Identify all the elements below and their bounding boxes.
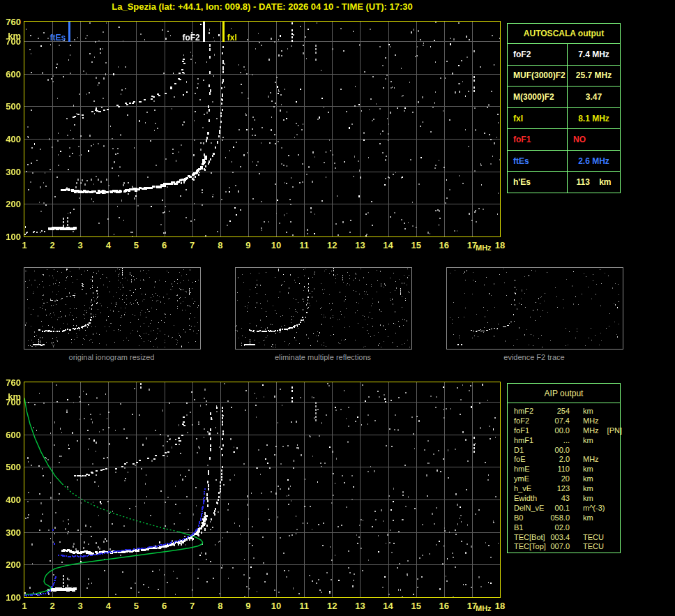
aip-row-ymE: ymE20km <box>514 474 620 484</box>
aip-row-label: B0 <box>514 513 549 523</box>
x-axis-tick-1: 1 <box>17 240 32 250</box>
autoscala-row-value: 7.4 MHz <box>568 44 620 65</box>
x-axis-tick-11: 11 <box>296 240 312 250</box>
aip-row-value: 003.4 <box>549 533 570 543</box>
aip-row-unit <box>570 523 620 533</box>
aip-row-label: TEC[Bot] <box>514 533 549 543</box>
x-axis-tick-7: 7 <box>185 240 200 250</box>
aip-row-label: DelN_vE <box>514 504 549 513</box>
aip-row-label: foF2 <box>514 416 549 426</box>
aip-row-B1: B102.0 <box>514 523 620 533</box>
aip-row-unit-text: km <box>583 484 593 493</box>
aip-row-value: 00.0 <box>549 426 570 436</box>
x-axis-tick-5: 5 <box>128 240 144 250</box>
aip-row-unit-text: m^(-3) <box>583 504 605 512</box>
y-axis-tick-760: 760 <box>0 377 21 388</box>
aip-table-title: AIP output <box>508 384 620 403</box>
x-axis-tick-13: 13 <box>352 601 367 611</box>
aip-row-B0: B0058.0km <box>514 513 620 523</box>
aip-row-TEC[Bot]: TEC[Bot]003.4TECU <box>514 533 620 543</box>
fxI-marker-label: fxI <box>227 33 271 43</box>
x-axis-tick-14: 14 <box>381 601 396 611</box>
foF2-marker-line <box>203 22 205 42</box>
aip-row-label: hmF2 <box>514 407 549 416</box>
x-axis-tick-5: 5 <box>128 601 144 611</box>
aip-row-extra: [PN] <box>607 426 622 435</box>
x-axis-tick-2: 2 <box>45 601 60 611</box>
x-axis-tick-4: 4 <box>100 601 116 611</box>
thumbnail-evidence-canvas <box>447 268 621 347</box>
x-axis-tick-16: 16 <box>437 240 452 250</box>
y-axis-tick-500: 500 <box>0 101 21 112</box>
aip-row-unit <box>570 446 620 456</box>
aip-row-label: foF1 <box>514 426 549 436</box>
y-axis-tick-200: 200 <box>0 559 21 570</box>
y-axis-unit: km <box>0 391 22 402</box>
autoscala-row-value: 3.47 <box>568 87 620 107</box>
autoscala-row-label: fxI <box>508 108 568 129</box>
autoscala-row-value: 113 km <box>568 172 620 193</box>
autoscala-row-foF1: foF1NO <box>508 128 620 150</box>
aip-row-label: h_vE <box>514 484 549 494</box>
aip-row-unit-text: km <box>583 494 593 502</box>
aip-row-unit-text: km <box>583 513 593 522</box>
aip-row-hmF1: hmF1...km <box>514 436 620 446</box>
autoscala-table-title: AUTOSCALA output <box>508 24 620 44</box>
y-axis-tick-300: 300 <box>0 167 21 177</box>
autoscala-row-fxI: fxI8.1 MHz <box>508 107 620 129</box>
aip-row-Ewidth: Ewidth43km <box>514 494 620 504</box>
y-axis-tick-600: 600 <box>0 69 21 80</box>
autoscala-row-label: MUF(3000)F2 <box>508 66 568 87</box>
x-axis-unit: MHz <box>476 243 492 252</box>
top-ionogram-canvas <box>24 22 500 236</box>
ftEs-marker-line <box>68 22 70 42</box>
aip-row-value: 058.0 <box>549 513 570 523</box>
aip-row-label: TEC[Top] <box>514 542 549 552</box>
window-title: La_Spezia (lat: +44.1, lon: 009.8) - DAT… <box>24 1 501 12</box>
aip-row-label: D1 <box>514 446 549 456</box>
x-axis-tick-16: 16 <box>437 601 452 611</box>
aip-row-unit: km <box>570 484 620 494</box>
aip-row-label: Ewidth <box>514 494 549 504</box>
autoscala-row-foF2: foF27.4 MHz <box>508 44 620 65</box>
aip-row-unit-text: TECU <box>583 542 604 550</box>
y-axis-unit: km <box>0 31 22 41</box>
x-axis-tick-11: 11 <box>296 601 312 611</box>
x-axis-tick-6: 6 <box>157 601 172 611</box>
bottom-ionogram-canvas <box>24 382 500 597</box>
autoscala-row-label: foF2 <box>508 44 568 65</box>
aip-row-unit: MHz <box>570 416 620 426</box>
x-axis-tick-15: 15 <box>409 240 424 250</box>
thumbnail-original-canvas <box>24 268 199 347</box>
y-axis-tick-400: 400 <box>0 134 21 144</box>
aip-row-unit: MHz[PN] <box>570 426 622 436</box>
x-axis-tick-8: 8 <box>213 240 228 250</box>
aip-row-value: 20 <box>549 474 570 484</box>
aip-row-unit: km <box>570 494 620 504</box>
aip-row-TEC[Top]: TEC[Top]007.0TECU <box>514 542 620 552</box>
aip-row-value: 110 <box>549 465 570 474</box>
aip-row-label: foE <box>514 455 549 465</box>
aip-row-foF2: foF207.4MHz <box>514 416 620 426</box>
aip-row-value: 254 <box>549 407 570 416</box>
autoscala-row-label: ftEs <box>508 151 568 172</box>
aip-row-unit: km <box>570 436 620 446</box>
aip-row-unit: km <box>570 513 620 523</box>
aip-row-unit-text: TECU <box>583 533 604 541</box>
aip-row-unit-text: MHz <box>583 455 599 463</box>
x-axis-tick-12: 12 <box>324 601 340 611</box>
aip-row-unit-text: km <box>583 465 593 473</box>
thumbnail-eliminate-caption: eliminate multiple reflections <box>235 353 411 361</box>
thumbnail-eliminate-canvas <box>236 268 410 347</box>
aip-row-unit-text: km <box>583 436 593 444</box>
aip-row-foE: foE2.0MHz <box>514 455 620 465</box>
aip-row-value: 00.0 <box>549 446 570 456</box>
y-axis-tick-500: 500 <box>0 462 21 472</box>
thumbnail-evidence-caption: evidence F2 trace <box>446 353 622 361</box>
aip-row-unit-text: km <box>583 407 593 415</box>
fxI-marker-line <box>222 22 225 42</box>
x-axis-tick-10: 10 <box>268 601 284 611</box>
aip-row-DelN_vE: DelN_vE00.1m^(-3) <box>514 504 620 513</box>
x-axis-tick-3: 3 <box>73 601 88 611</box>
x-axis-tick-6: 6 <box>157 240 172 250</box>
